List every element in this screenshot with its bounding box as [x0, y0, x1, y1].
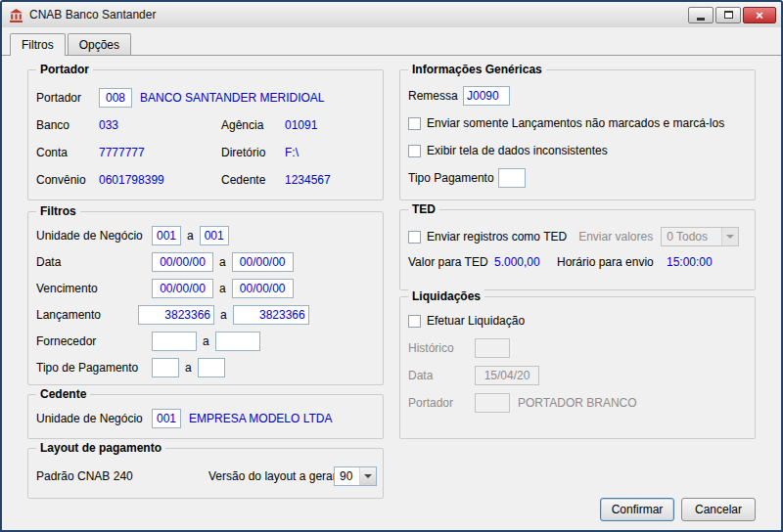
form-row: Tipo Pagamento: [408, 164, 747, 192]
group-layout-title: Layout de pagamento: [36, 441, 165, 455]
maximize-button[interactable]: [715, 7, 741, 23]
data-from-input[interactable]: [152, 252, 213, 272]
dialog-window: CNAB Banco Santander × Filtros Opções Po…: [0, 0, 783, 532]
maximize-icon: [724, 11, 733, 19]
form-row: Data: [408, 362, 747, 389]
group-layout-pagamento: Layout de pagamento Padrão CNAB 240 Vers…: [27, 448, 384, 499]
window-controls: ×: [688, 7, 776, 23]
lancamento-label: Lançamento: [36, 308, 138, 322]
agencia-label: Agência: [221, 118, 285, 132]
app-icon: [9, 8, 23, 22]
range-separator: a: [185, 361, 192, 375]
remessa-input[interactable]: [463, 86, 510, 106]
banco-label: Banco: [36, 118, 99, 132]
checkbox-enviar-somente-lancamentos-label[interactable]: Enviar somente Lançamentos não marcados …: [427, 116, 724, 130]
historico-label: Histórico: [408, 341, 475, 355]
form-row: Unidade de Negócio a: [36, 222, 375, 248]
tab-filtros[interactable]: Filtros: [10, 33, 66, 56]
checkbox-enviar-registros-ted-label[interactable]: Enviar registros como TED: [427, 230, 567, 244]
liquidacao-data-input: [475, 366, 539, 385]
tipo-pagamento-from-input[interactable]: [152, 358, 179, 377]
form-row: Portador BANCO SANTANDER MERIDIOAL: [36, 84, 375, 111]
checkbox-exibir-tela-dados-inconsistentes[interactable]: [408, 145, 421, 157]
portador-code-input[interactable]: [99, 88, 132, 108]
versao-layout-select[interactable]: 90: [334, 466, 377, 486]
form-row: Portador PORTADOR BRANCO: [408, 389, 747, 417]
convenio-label: Convênio: [36, 173, 99, 187]
cedente-unidade-input[interactable]: [152, 409, 181, 428]
range-separator: a: [220, 308, 227, 322]
group-cedente: Cedente Unidade de Negócio EMPRESA MODEL…: [27, 394, 384, 439]
window-title: CNAB Banco Santander: [29, 8, 156, 22]
tipo-pagamento-input[interactable]: [498, 168, 526, 188]
form-row: Fornecedor a: [36, 328, 375, 354]
form-row: Conta 7777777 Diretório F:\: [36, 139, 375, 166]
portador-label: Portador: [36, 91, 99, 105]
cedente-unidade-label: Unidade de Negócio: [36, 412, 152, 425]
range-separator: a: [187, 229, 194, 243]
valor-ted-value: 5.000,00: [494, 255, 557, 269]
liquidacao-portador-input: [475, 393, 510, 413]
fornecedor-from-input[interactable]: [152, 332, 197, 351]
fornecedor-label: Fornecedor: [36, 334, 152, 348]
checkbox-efetuar-liquidacao-label[interactable]: Efetuar Liquidação: [427, 314, 525, 328]
enviar-valores-selected-value: 0 Todos: [667, 230, 721, 244]
liquidacao-portador-label: Portador: [408, 396, 475, 410]
cancelar-button[interactable]: Cancelar: [681, 498, 756, 521]
horario-envio-value: 15:00:00: [667, 255, 713, 269]
unidade-negocio-from-input[interactable]: [152, 226, 181, 245]
tab-page-filtros: Portador Portador BANCO SANTANDER MERIDI…: [2, 55, 781, 530]
form-row: Lançamento a: [36, 301, 375, 328]
close-button[interactable]: ×: [743, 7, 776, 23]
left-column: Portador Portador BANCO SANTANDER MERIDI…: [27, 69, 384, 530]
confirmar-button[interactable]: Confirmar: [600, 498, 674, 521]
conta-value: 7777777: [99, 146, 221, 159]
tab-bar: Filtros Opções: [2, 27, 781, 55]
form-row: Banco 033 Agência 01091: [36, 111, 375, 139]
chevron-down-icon: [721, 228, 738, 245]
checkbox-enviar-registros-ted[interactable]: [408, 231, 421, 244]
right-column: Informações Genéricas Remessa Enviar som…: [399, 69, 756, 530]
tab-opcoes[interactable]: Opções: [68, 33, 131, 55]
form-row: Tipo de Pagamento a: [36, 354, 375, 380]
liquidacao-portador-name: PORTADOR BRANCO: [518, 396, 637, 410]
minimize-icon: [697, 18, 705, 21]
valor-ted-label: Valor para TED: [408, 255, 494, 269]
data-to-input[interactable]: [232, 252, 294, 272]
unidade-negocio-label: Unidade de Negócio: [36, 229, 152, 243]
group-ted-title: TED: [408, 202, 439, 216]
minimize-button[interactable]: [688, 7, 714, 23]
form-row: Padrão CNAB 240 Versão do layout a gerar…: [36, 466, 375, 486]
vencimento-to-input[interactable]: [232, 279, 294, 298]
conta-label: Conta: [36, 146, 99, 159]
form-row: Convênio 0601798399 Cedente 1234567: [36, 166, 375, 194]
group-portador: Portador Portador BANCO SANTANDER MERIDI…: [27, 69, 384, 200]
lancamento-to-input[interactable]: [233, 305, 309, 325]
form-row: Vencimento a: [36, 275, 375, 301]
versao-layout-label: Versão do layout a gerar: [208, 469, 334, 483]
tipo-pagamento-to-input[interactable]: [198, 358, 225, 377]
checkbox-enviar-somente-lancamentos[interactable]: [408, 117, 421, 130]
diretorio-value: F:\: [285, 146, 299, 159]
close-icon: ×: [756, 9, 763, 22]
liquidacao-data-label: Data: [408, 369, 475, 382]
vencimento-from-input[interactable]: [152, 279, 213, 298]
vencimento-label: Vencimento: [36, 282, 152, 295]
titlebar[interactable]: CNAB Banco Santander ×: [2, 2, 781, 27]
lancamento-from-input[interactable]: [138, 305, 214, 325]
cedente-label: Cedente: [221, 173, 285, 187]
fornecedor-to-input[interactable]: [215, 332, 260, 351]
data-label: Data: [36, 255, 152, 269]
group-filtros: Filtros Unidade de Negócio a Data a Venc…: [27, 211, 384, 385]
checkbox-exibir-tela-dados-inconsistentes-label[interactable]: Exibir tela de dados inconsistentes: [427, 144, 608, 157]
form-row: Data a: [36, 248, 375, 275]
checkbox-efetuar-liquidacao[interactable]: [408, 315, 421, 328]
tipo-pagamento-label: Tipo Pagamento: [408, 171, 498, 185]
portador-name-value: BANCO SANTANDER MERIDIOAL: [140, 91, 324, 105]
tipo-pagamento-range-label: Tipo de Pagamento: [36, 361, 152, 375]
form-row: Enviar somente Lançamentos não marcados …: [408, 110, 747, 137]
unidade-negocio-to-input[interactable]: [200, 226, 229, 245]
group-liquidacoes-title: Liquidações: [408, 289, 484, 303]
dialog-footer: Confirmar Cancelar: [600, 498, 756, 521]
range-separator: a: [203, 334, 209, 348]
